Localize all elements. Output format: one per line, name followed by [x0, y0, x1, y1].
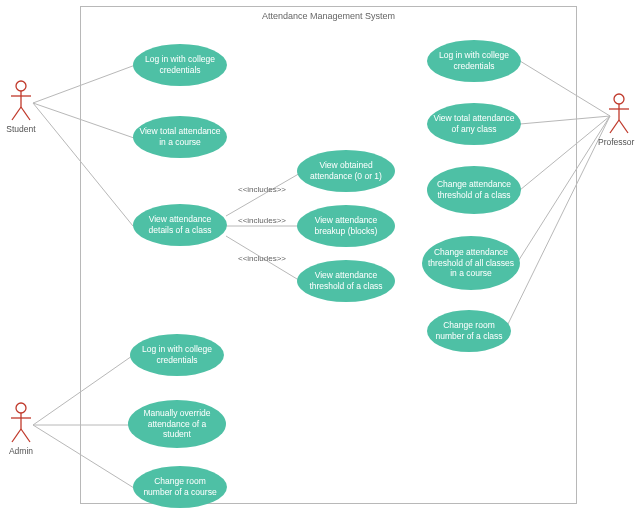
svg-line-23 [21, 429, 30, 442]
usecase-admin-login: Log in with college credentials [130, 334, 224, 376]
stick-figure-icon [607, 93, 631, 135]
usecase-admin-change-room: Change room number of a course [133, 466, 227, 508]
system-title: Attendance Management System [81, 7, 576, 21]
usecase-student-view-total: View total attendance in a course [133, 116, 227, 158]
actor-student: Student [6, 80, 36, 134]
usecase-prof-change-room: Change room number of a class [427, 310, 511, 352]
svg-point-19 [16, 403, 26, 413]
svg-line-17 [12, 107, 21, 120]
usecase-student-login: Log in with college credentials [133, 44, 227, 86]
stick-figure-icon [9, 402, 33, 444]
svg-point-24 [614, 94, 624, 104]
include-label: <<includes>> [238, 185, 286, 194]
usecase-prof-change-threshold-all: Change attendance threshold of all class… [422, 236, 520, 290]
actor-label: Admin [6, 446, 36, 456]
usecase-include-obtained: View obtained attendance (0 or 1) [297, 150, 395, 192]
usecase-prof-change-threshold: Change attendance threshold of a class [427, 166, 521, 214]
svg-line-22 [12, 429, 21, 442]
actor-admin: Admin [6, 402, 36, 456]
usecase-prof-login: Log in with college credentials [427, 40, 521, 82]
usecase-admin-override: Manually override attendance of a studen… [128, 400, 226, 448]
actor-label: Professor [598, 137, 634, 147]
stick-figure-icon [9, 80, 33, 122]
svg-line-27 [610, 120, 619, 133]
include-label: <<includes>> [238, 216, 286, 225]
svg-line-18 [21, 107, 30, 120]
usecase-include-threshold: View attendance threshold of a class [297, 260, 395, 302]
actor-professor: Professor [604, 93, 634, 147]
usecase-prof-view-total: View total attendance of any class [427, 103, 521, 145]
svg-point-14 [16, 81, 26, 91]
svg-line-28 [619, 120, 628, 133]
usecase-student-view-details: View attendance details of a class [133, 204, 227, 246]
usecase-include-breakup: View attendance breakup (blocks) [297, 205, 395, 247]
include-label: <<includes>> [238, 254, 286, 263]
actor-label: Student [6, 124, 36, 134]
